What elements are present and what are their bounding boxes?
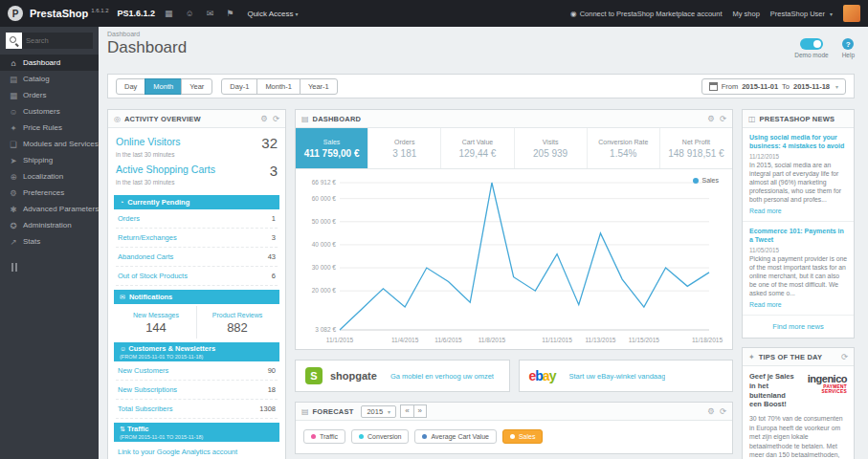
toggle-icon[interactable] [800, 38, 823, 50]
main-content: Dashboard Dashboard Demo mode ?Help Day … [99, 27, 868, 459]
find-more-news-link[interactable]: Find more news [743, 316, 854, 338]
refresh-icon[interactable]: ⟳ [720, 406, 726, 416]
gear-icon[interactable]: ⚙ [707, 406, 715, 416]
user-menu[interactable]: PrestaShop User▾ [770, 10, 833, 18]
kpi-cart-value[interactable]: Cart Value129,44 € [441, 128, 514, 168]
sidebar-item-stats[interactable]: ↗Stats [0, 233, 99, 250]
kpi-orders[interactable]: Orders3 181 [368, 128, 441, 168]
pending-row-abandoned-carts[interactable]: Abandoned Carts43 [116, 248, 278, 267]
sales-chart: 66 912 €60 000 €50 000 €40 000 €30 000 €… [298, 173, 724, 345]
marketplace-connect-link[interactable]: ◉Connect to PrestaShop Marketplace accou… [570, 10, 722, 18]
total-subscribers-row[interactable]: Total Subscribers1308 [116, 400, 278, 419]
forecast-year-select[interactable]: 2015▾ [361, 405, 396, 418]
price-rules-icon: ✦ [9, 123, 18, 133]
sidebar-item-customers[interactable]: ☺Customers [0, 103, 99, 120]
svg-text:30 000 €: 30 000 € [312, 264, 337, 271]
demo-mode-label: Demo mode [794, 52, 828, 58]
kpi-visits[interactable]: Visits205 939 [515, 128, 588, 168]
pending-row-out-of-stock[interactable]: Out of Stock Products6 [116, 267, 278, 286]
forecast-next-button[interactable]: » [413, 404, 427, 418]
ebay-link[interactable]: Start uw eBay-winkel vandaag [568, 372, 665, 381]
sidebar-item-shipping[interactable]: ➤Shipping [0, 152, 99, 168]
search-input[interactable] [22, 33, 93, 49]
shop-name-link[interactable]: PS1.6.1.2 [118, 9, 156, 18]
filter-month-1-button[interactable]: Month-1 [256, 78, 300, 95]
filter-month-button[interactable]: Month [145, 78, 182, 95]
sidebar-item-administration[interactable]: ✪Administration [0, 217, 99, 233]
demo-mode-toggle[interactable]: Demo mode [794, 38, 828, 58]
messages-notification-icon[interactable]: ✉ [204, 9, 217, 18]
my-shop-link[interactable]: My shop [733, 10, 760, 18]
sidebar-item-localization[interactable]: ⊕Localization [0, 168, 99, 185]
sidebar-item-catalog[interactable]: ▤Catalog [0, 71, 99, 87]
filter-year-1-button[interactable]: Year-1 [300, 78, 338, 95]
sidebar-item-label: Dashboard [23, 58, 60, 67]
kpi-net-profit[interactable]: Net Profit148 918,51 € [660, 128, 732, 168]
search-button[interactable] [6, 33, 22, 49]
new-customers-row[interactable]: New Customers90 [116, 361, 278, 381]
collapse-menu-icon[interactable] [11, 263, 99, 272]
sales-dot-icon [510, 434, 515, 439]
sidebar-item-dashboard[interactable]: ⌂Dashboard [0, 55, 99, 71]
news-item-title[interactable]: Ecommerce 101: Payments in a Tweet [749, 227, 847, 244]
gear-icon[interactable]: ⚙ [707, 114, 715, 123]
date-range-picker[interactable]: From 2015-11-01 To 2015-11-18 ▾ [701, 78, 846, 95]
chart-legend[interactable]: Sales [693, 177, 719, 184]
svg-text:11/15/2015: 11/15/2015 [629, 337, 659, 343]
svg-text:11/11/2015: 11/11/2015 [542, 337, 572, 343]
gear-icon[interactable]: ⚙ [260, 114, 268, 123]
orders-notification-icon[interactable]: ▦ [162, 9, 176, 18]
shopgate-promo[interactable]: S shopgate Ga mobiel en verhoog uw omzet [295, 360, 510, 392]
conversion-dot-icon [359, 434, 364, 439]
new-subscriptions-row[interactable]: New Subscriptions18 [116, 381, 278, 400]
list-icon: ▤ [301, 407, 309, 416]
active-carts-label[interactable]: Active Shopping Carts [116, 164, 215, 175]
mail-icon: ✉ [120, 294, 125, 301]
kpi-sales[interactable]: Sales411 759,00 € [296, 128, 368, 168]
sidebar-item-preferences[interactable]: ⚙Preferences [0, 185, 99, 201]
home-icon: ⌂ [9, 58, 18, 68]
quick-access-menu[interactable]: Quick Access▾ [247, 10, 298, 18]
help-icon: ? [842, 38, 854, 50]
user-avatar[interactable] [843, 5, 860, 22]
sidebar-item-orders[interactable]: ▦Orders [0, 87, 99, 103]
forecast-chip-average-cart-value[interactable]: Average Cart Value [414, 429, 496, 444]
forecast-chip-conversion[interactable]: Conversion [351, 429, 409, 444]
prestashop-news-panel: ◫ PRESTASHOP NEWS Using social media for… [742, 109, 855, 339]
online-visitors-label[interactable]: Online Visitors [116, 136, 181, 147]
new-messages-cell[interactable]: New Messages144 [116, 306, 196, 339]
read-more-link[interactable]: Read more [749, 208, 782, 214]
sidebar-item-label: Shipping [23, 156, 53, 164]
product-reviews-cell[interactable]: Product Reviews882 [196, 306, 278, 339]
sidebar-item-price-rules[interactable]: ✦Price Rules [0, 120, 99, 136]
refresh-icon[interactable]: ⟳ [720, 114, 726, 123]
refresh-icon[interactable]: ⟳ [841, 352, 848, 361]
forecast-chip-traffic[interactable]: Traffic [303, 429, 345, 444]
topbar-right: ◉Connect to PrestaShop Marketplace accou… [570, 5, 860, 22]
filter-year-button[interactable]: Year [181, 78, 212, 95]
sidebar-item-modules[interactable]: ❑Modules and Services [0, 136, 99, 152]
news-item-title[interactable]: Using social media for your business: 4 … [749, 133, 847, 150]
shopgate-link[interactable]: Ga mobiel en verhoog uw omzet [390, 372, 494, 381]
refresh-icon[interactable]: ⟳ [273, 114, 279, 123]
customers-notification-icon[interactable]: ☺ [183, 9, 197, 18]
filter-day-button[interactable]: Day [116, 78, 145, 95]
active-carts-sub: in the last 30 minutes [116, 179, 278, 186]
sidebar-item-advanced-parameters[interactable]: ✱Advanced Parameters [0, 201, 99, 217]
expertise-icon[interactable]: ⚑ [223, 9, 236, 18]
period-button-group: Day Month Year [116, 78, 212, 95]
kpi-conversion-rate[interactable]: Conversion Rate1.54% [588, 128, 660, 168]
help-button[interactable]: ?Help [842, 38, 855, 58]
read-more-link[interactable]: Read more [749, 301, 782, 308]
google-analytics-link[interactable]: Link to your Google Analytics account [116, 442, 278, 459]
forecast-prev-button[interactable]: « [400, 404, 413, 418]
online-visitors-sub: in the last 30 minutes [116, 151, 278, 158]
pending-row-orders[interactable]: Orders1 [116, 209, 278, 229]
sidebar-item-label: Customers [23, 107, 60, 116]
filter-day-1-button[interactable]: Day-1 [221, 78, 257, 95]
shipping-icon: ➤ [9, 156, 18, 165]
pending-row-returns[interactable]: Return/Exchanges3 [116, 229, 278, 248]
date-from: 2015-11-01 [742, 82, 778, 91]
ebay-promo[interactable]: ebay Start uw eBay-winkel vandaag [519, 360, 734, 392]
forecast-chip-sales[interactable]: Sales [502, 429, 544, 444]
